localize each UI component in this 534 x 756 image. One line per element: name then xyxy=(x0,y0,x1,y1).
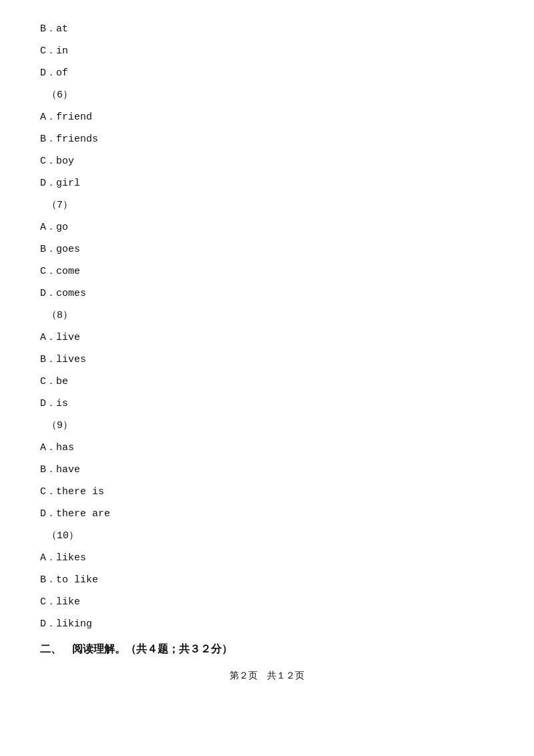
option-6c: C．boy xyxy=(40,152,494,170)
section2-label: 二、 xyxy=(40,644,61,656)
page-number: 第２页 共１２页 xyxy=(230,671,304,681)
option-7c: C．come xyxy=(40,262,494,280)
option-b-at: B．at xyxy=(40,20,494,38)
section2-title: 阅读理解。（共４题；共３２分） xyxy=(72,644,232,656)
question-8: （8） xyxy=(40,307,494,325)
section2-header: 二、 阅读理解。（共４题；共３２分） xyxy=(40,642,494,656)
option-6b: B．friends xyxy=(40,130,494,148)
option-10b: B．to like xyxy=(40,571,494,589)
option-7a: A．go xyxy=(40,218,494,236)
option-8c: C．be xyxy=(40,373,494,391)
option-6a: A．friend xyxy=(40,108,494,126)
question-10: （10） xyxy=(40,527,494,545)
option-10c: C．like xyxy=(40,593,494,611)
option-10d: D．liking xyxy=(40,615,494,633)
option-9d: D．there are xyxy=(40,505,494,523)
option-9b: B．have xyxy=(40,461,494,479)
option-7d: D．comes xyxy=(40,285,494,303)
page-footer: 第２页 共１２页 xyxy=(40,670,494,682)
option-9a: A．has xyxy=(40,439,494,457)
option-8a: A．live xyxy=(40,329,494,347)
option-8d: D．is xyxy=(40,395,494,413)
question-9: （9） xyxy=(40,417,494,435)
option-7b: B．goes xyxy=(40,240,494,258)
option-6d: D．girl xyxy=(40,174,494,192)
question-6: （6） xyxy=(40,86,494,104)
option-8b: B．lives xyxy=(40,351,494,369)
option-9c: C．there is xyxy=(40,483,494,501)
option-c-in: C．in xyxy=(40,42,494,60)
question-7: （7） xyxy=(40,196,494,214)
option-10a: A．likes xyxy=(40,549,494,567)
option-d-of: D．of xyxy=(40,64,494,82)
